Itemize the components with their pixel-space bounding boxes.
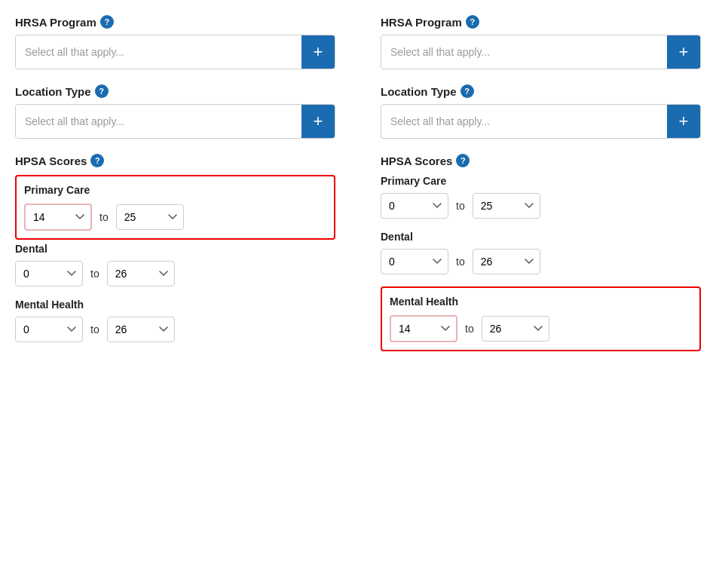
hrsa-program-section-left: HRSA Program ? Select all that apply... … (15, 15, 335, 69)
dental-range-row-right: 0123456789101112131415161718192021222324… (381, 249, 701, 274)
primary-care-to-label-right: to (456, 200, 465, 212)
hrsa-program-label-right: HRSA Program ? (381, 15, 701, 29)
hrsa-add-button-left[interactable]: + (301, 35, 335, 69)
dental-from-select-right[interactable]: 0123456789101112131415161718192021222324… (381, 249, 448, 274)
dental-label-left: Dental (15, 243, 335, 255)
hrsa-help-icon-right[interactable]: ? (466, 15, 479, 29)
location-help-icon-left[interactable]: ? (95, 84, 109, 98)
primary-care-to-select-right[interactable]: 0123456789101112131415161718192021222324… (473, 193, 540, 219)
primary-care-subsection-right: Primary Care0123456789101112131415161718… (381, 175, 701, 219)
mental-health-to-select-right[interactable]: 0123456789101112131415161718192021222324… (482, 316, 549, 341)
dental-label-right: Dental (381, 231, 701, 243)
location-add-button-left[interactable]: + (301, 105, 335, 138)
mental-health-to-label-right: to (465, 323, 474, 335)
hrsa-select-row-right: Select all that apply... + (381, 35, 701, 69)
primary-care-range-row-left: 0123456789101112131415161718192021222324… (24, 204, 326, 231)
column-right: HRSA Program ? Select all that apply... … (381, 15, 701, 366)
hpsa-scores-section-right: HPSA Scores ? Primary Care01234567891011… (381, 154, 701, 351)
column-left: HRSA Program ? Select all that apply... … (15, 15, 335, 366)
hrsa-program-label-left: HRSA Program ? (15, 15, 335, 29)
location-type-section-left: Location Type ? Select all that apply...… (15, 84, 335, 139)
primary-care-label-left: Primary Care (24, 184, 326, 196)
dental-to-label-right: to (456, 256, 465, 268)
dental-to-select-left[interactable]: 0123456789101112131415161718192021222324… (107, 261, 175, 286)
hrsa-add-button-right[interactable]: + (667, 35, 700, 69)
location-placeholder-right: Select all that apply... (381, 108, 667, 135)
dental-subsection-left: Dental0123456789101112131415161718192021… (15, 243, 335, 286)
mental-health-from-select-left[interactable]: 0123456789101112131415161718192021222324… (15, 317, 83, 342)
hrsa-help-icon-left[interactable]: ? (100, 15, 114, 29)
dental-subsection-right: Dental0123456789101112131415161718192021… (381, 231, 701, 274)
hrsa-placeholder-right: Select all that apply... (381, 38, 667, 66)
hpsa-help-icon-left[interactable]: ? (90, 154, 104, 167)
mental-health-from-select-right[interactable]: 0123456789101112131415161718192021222324… (390, 315, 457, 342)
mental-health-label-left: Mental Health (15, 299, 335, 311)
location-type-label-right: Location Type ? (381, 84, 701, 98)
primary-care-to-label-left: to (99, 211, 109, 223)
primary-care-to-select-left[interactable]: 0123456789101112131415161718192021222324… (116, 204, 184, 230)
location-select-row-right: Select all that apply... + (381, 104, 701, 139)
location-add-button-right[interactable]: + (667, 105, 700, 138)
location-select-row-left: Select all that apply... + (15, 104, 335, 139)
primary-care-from-select-right[interactable]: 0123456789101112131415161718192021222324… (381, 193, 448, 219)
dental-from-select-left[interactable]: 0123456789101112131415161718192021222324… (15, 261, 83, 286)
location-type-section-right: Location Type ? Select all that apply...… (381, 84, 701, 139)
main-columns: HRSA Program ? Select all that apply... … (15, 15, 701, 366)
hrsa-program-section-right: HRSA Program ? Select all that apply... … (381, 15, 701, 69)
hpsa-help-icon-right[interactable]: ? (456, 154, 470, 167)
primary-care-from-select-left[interactable]: 0123456789101112131415161718192021222324… (24, 204, 92, 231)
location-help-icon-right[interactable]: ? (461, 84, 474, 98)
hrsa-select-row-left: Select all that apply... + (15, 35, 335, 69)
location-placeholder-left: Select all that apply... (16, 108, 301, 135)
dental-range-row-left: 0123456789101112131415161718192021222324… (15, 261, 335, 286)
location-type-label-left: Location Type ? (15, 84, 335, 98)
primary-care-range-row-right: 0123456789101112131415161718192021222324… (381, 193, 701, 219)
mental-health-range-row-right: 0123456789101112131415161718192021222324… (390, 315, 692, 342)
primary-care-subsection-left: Primary Care0123456789101112131415161718… (15, 175, 335, 240)
mental-health-to-select-left[interactable]: 0123456789101112131415161718192021222324… (107, 317, 175, 342)
mental-health-label-right: Mental Health (390, 296, 692, 308)
hpsa-scores-label-right: HPSA Scores ? (381, 154, 701, 167)
hpsa-scores-label-left: HPSA Scores ? (15, 154, 335, 167)
hpsa-scores-section-left: HPSA Scores ? Primary Care01234567891011… (15, 154, 335, 342)
mental-health-range-row-left: 0123456789101112131415161718192021222324… (15, 317, 335, 342)
mental-health-to-label-left: to (90, 323, 99, 335)
mental-health-subsection-left: Mental Health012345678910111213141516171… (15, 299, 335, 342)
dental-to-select-right[interactable]: 0123456789101112131415161718192021222324… (473, 249, 540, 274)
dental-to-label-left: to (90, 268, 99, 280)
primary-care-label-right: Primary Care (381, 175, 701, 187)
hrsa-placeholder-left: Select all that apply... (16, 38, 301, 66)
mental-health-subsection-right: Mental Health012345678910111213141516171… (381, 286, 701, 351)
